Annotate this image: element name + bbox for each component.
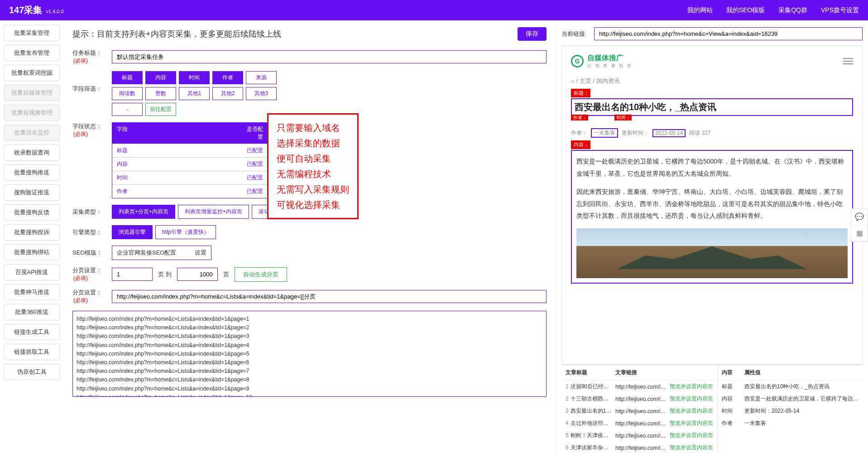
field-btn-赞数[interactable]: 赞数 <box>145 87 176 100</box>
sidebar-item-7[interactable]: 批量搜狗推送 <box>4 164 60 181</box>
field-btn-其他2[interactable]: 其他2 <box>212 87 243 100</box>
article-image <box>576 228 848 278</box>
auto-gen-page-button[interactable]: 自动生成分页 <box>235 267 287 282</box>
nav-mysite[interactable]: 我的网站 <box>687 6 713 14</box>
float-toolbar: 💬 ▦ <box>851 208 868 242</box>
site-logo: G 自媒体推广让 世 界 看 到 你 <box>571 53 633 69</box>
author-selection[interactable]: 一米集客 <box>591 128 618 138</box>
field-state-row: 时间已配置 <box>112 171 268 184</box>
article-row[interactable]: 3西安最出名的10种...http://feijiseo.com/in...预览… <box>561 405 717 417</box>
property-row: 时间更新时间：2022-05-14 <box>718 405 863 417</box>
article-list-table: 文章标题文章链接 1这届90后已经开始...http://feijiseo.co… <box>561 365 718 453</box>
sidebar-item-14[interactable]: 批量360推送 <box>4 304 60 320</box>
breadcrumb[interactable]: ⌂ / 主页 / 国内资讯 <box>571 77 853 85</box>
tab-http引擎（速度快）[interactable]: http引擎（速度快） <box>155 225 216 239</box>
center-panel: 提示：目前支持列表+内容页采集，更多更能后续陆续上线 保存 任务标题：(必填) … <box>63 20 556 453</box>
logo-icon: G <box>571 55 584 67</box>
article-row[interactable]: 6天津这家羊杂汤太...http://feijiseo.com/in...预览并… <box>561 442 717 453</box>
property-table: 内容属性值 标题西安最出名的10种小吃，_热点资讯内容西安是一处载满历史的卫星城… <box>718 365 863 453</box>
article-row[interactable]: 2十三朝古都西安最...http://feijiseo.com/in...预览并… <box>561 393 717 405</box>
app-header: 147采集 v1.4.0.0 我的网站 我的SEO模版 采集QQ群 VPS拨号设… <box>0 0 868 20</box>
tip-text: 提示：目前支持列表+内容页采集，更多更能后续陆续上线 <box>72 29 281 39</box>
field-btn-前往配置[interactable]: 前往配置 <box>145 103 176 116</box>
time-selection[interactable]: 2022-05-14 <box>652 129 686 137</box>
sidebar-item-16[interactable]: 链接抓取工具 <box>4 344 60 360</box>
field-btn-其他1[interactable]: 其他1 <box>179 87 210 100</box>
sidebar-item-6[interactable]: 收录数据查询 <box>4 145 60 161</box>
page-setting-label: 分页设置：(必填) <box>72 266 106 282</box>
field-btn-标题[interactable]: 标题 <box>112 71 143 84</box>
article-row[interactable]: 4去过外地这些地方...http://feijiseo.com/in...预览并… <box>561 417 717 429</box>
sidebar-item-5: 批量排名监控 <box>4 125 60 141</box>
current-url-input[interactable] <box>594 27 863 40</box>
field-state-row: 内容已配置 <box>112 157 268 171</box>
tab-浏览器引擎[interactable]: 浏览器引擎 <box>112 225 153 239</box>
article-row[interactable]: 5刚刚！天津疫情掀...http://feijiseo.com/in...预览并… <box>561 429 717 442</box>
sidebar: 批量采集管理批量发布管理批量权重词挖掘批量自媒体管理批量短视频管理批量排名监控收… <box>0 20 63 453</box>
property-row: 内容西安是一处载满历史的卫星城，它横跨了每边5000年，是十四朝名... <box>718 393 863 405</box>
sidebar-item-12[interactable]: 百度API推送 <box>4 264 60 280</box>
field-state-row: 标题已配置 <box>112 144 268 157</box>
property-row: 标题西安最出名的10种小吃，_热点资讯 <box>718 381 863 393</box>
sidebar-item-17[interactable]: 伪原创工具 <box>4 364 60 380</box>
preview-pane[interactable]: G 自媒体推广让 世 界 看 到 你 ⌂ / 主页 / 国内资讯 标题 ↓ 西安… <box>561 46 863 365</box>
collect-type-label: 采集类型： <box>72 208 106 216</box>
sidebar-item-3: 批量自媒体管理 <box>4 85 60 101</box>
title-badge: 标题 ↓ <box>571 89 590 97</box>
field-btn--[interactable]: - <box>112 103 143 116</box>
page-url-label: 分页设置：(必填) <box>72 289 106 304</box>
page-from-input[interactable] <box>112 268 153 281</box>
sidebar-item-4: 批量短视频管理 <box>4 105 60 121</box>
app-version: v1.4.0.0 <box>46 9 63 14</box>
sidebar-item-1[interactable]: 批量发布管理 <box>4 45 60 61</box>
article-title-selection[interactable]: 西安最出名的10种小吃，_热点资讯 <box>571 98 853 116</box>
field-btn-时间[interactable]: 时间 <box>179 71 210 84</box>
author-badge: 作者 ↓ <box>571 115 588 120</box>
url-list-textarea[interactable]: http://feijiseo.com/index.php?m=home&c=L… <box>72 311 547 397</box>
page-to-input[interactable] <box>177 268 218 281</box>
task-title-input[interactable] <box>112 50 547 63</box>
content-badge: 内容 ↓ <box>571 140 590 149</box>
sidebar-item-0[interactable]: 批量采集管理 <box>4 25 60 41</box>
article-row[interactable]: 1这届90后已经开始...http://feijiseo.com/in...预览… <box>561 381 717 393</box>
sidebar-item-11[interactable]: 批量搜狗绑站 <box>4 244 60 260</box>
app-title: 147采集 <box>9 4 42 16</box>
page-url-input[interactable] <box>112 290 547 303</box>
seo-template-label: SEO模版： <box>72 249 106 257</box>
nav-vps-dial[interactable]: VPS拨号设置 <box>821 6 859 14</box>
sidebar-item-10[interactable]: 批量搜狗投诉 <box>4 224 60 241</box>
right-panel: 当前链接 G 自媒体推广让 世 界 看 到 你 ⌂ / 主页 / 国内资讯 标题… <box>556 20 868 453</box>
task-title-label: 任务标题：(必填) <box>72 49 106 65</box>
sidebar-item-8[interactable]: 搜狗验证推送 <box>4 184 60 201</box>
field-btn-内容[interactable]: 内容 <box>145 71 176 84</box>
field-btn-作者[interactable]: 作者 <box>212 71 243 84</box>
overlay-instructions: 只需要输入域名选择采集的数据便可自动采集 无需编程技术无需写入采集规则可视化选择… <box>267 113 359 219</box>
sidebar-item-2[interactable]: 批量权重词挖掘 <box>4 65 60 81</box>
field-filter-label: 字段筛选： <box>72 85 106 93</box>
nav-qq-group[interactable]: 采集QQ群 <box>778 6 807 14</box>
field-state-table: 字段是否配置 标题已配置内容已配置时间已配置作者已配置 <box>112 122 268 198</box>
time-badge: 时间 ↓ <box>614 115 632 120</box>
field-btn-其他3[interactable]: 其他3 <box>246 87 277 100</box>
engine-type-label: 引擎类型： <box>72 228 106 236</box>
sidebar-item-13[interactable]: 批量神马推送 <box>4 284 60 300</box>
sidebar-item-9[interactable]: 批量搜狗反馈 <box>4 204 60 221</box>
nav-seo-template[interactable]: 我的SEO模版 <box>726 6 765 14</box>
property-row: 作者一米集客 <box>718 417 863 429</box>
field-btn-阅读数[interactable]: 阅读数 <box>112 87 143 100</box>
field-btn-来源[interactable]: 来源 <box>246 71 277 84</box>
header-nav: 我的网站 我的SEO模版 采集QQ群 VPS拨号设置 <box>687 6 859 14</box>
field-state-row: 作者已配置 <box>112 184 268 198</box>
content-selection[interactable]: 西安是一处载满历史的卫星城，它横跨了每边5000年，是十四朝名城。在《汉书》中，… <box>571 150 853 284</box>
qr-icon[interactable]: ▦ <box>851 225 868 241</box>
field-state-label: 字段状态：(必填) <box>72 122 106 138</box>
save-button[interactable]: 保存 <box>518 27 547 41</box>
sidebar-item-15[interactable]: 链接生成工具 <box>4 324 60 340</box>
seo-template-select[interactable]: 企业官网装修SEO配置设置 <box>112 246 211 260</box>
tab-列表页增量监控+内容页[interactable]: 列表页增量监控+内容页 <box>178 205 249 219</box>
hamburger-icon[interactable] <box>843 58 853 64</box>
chat-icon[interactable]: 💬 <box>851 209 868 225</box>
current-url-label: 当前链接 <box>561 30 589 38</box>
tab-列表页+分页+内容页[interactable]: 列表页+分页+内容页 <box>112 205 175 219</box>
